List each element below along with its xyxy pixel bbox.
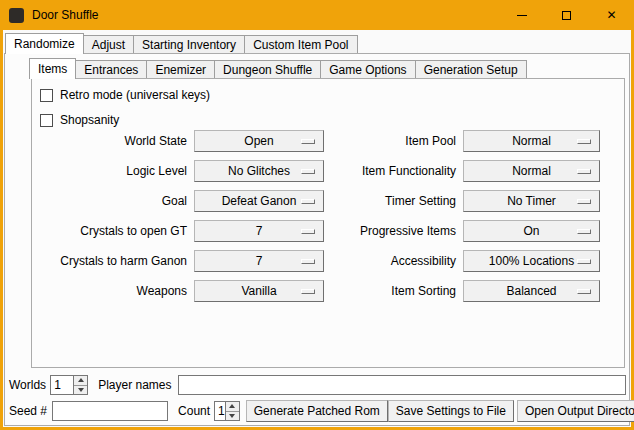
accessibility-dropdown[interactable]: 100% Locations — [463, 250, 600, 272]
app-icon — [9, 8, 24, 23]
retro-mode-row: Retro mode (universal keys) — [40, 86, 210, 104]
close-icon: ✕ — [606, 9, 616, 21]
goal-dropdown[interactable]: Defeat Ganon — [194, 190, 324, 212]
item-pool-dropdown[interactable]: Normal — [463, 130, 600, 152]
retro-mode-checkbox[interactable] — [40, 89, 53, 102]
field-label: Logic Level — [39, 164, 187, 178]
logic-level-dropdown[interactable]: No Glitches — [194, 160, 324, 182]
world-state-dropdown[interactable]: Open — [194, 130, 324, 152]
dropdown-value: 100% Locations — [489, 254, 574, 268]
dropdown-value: Open — [244, 134, 273, 148]
minimize-button[interactable] — [499, 0, 544, 30]
minimize-icon — [517, 15, 527, 16]
count-spinner[interactable]: 1 — [214, 401, 240, 421]
worlds-row: Worlds 1 Player names — [9, 374, 626, 396]
item-functionality-dropdown[interactable]: Normal — [463, 160, 600, 182]
spin-up-icon[interactable] — [74, 376, 87, 386]
dropdown-indicator-icon — [577, 229, 591, 234]
dropdown-value: Balanced — [506, 284, 556, 298]
tab-label: Enemizer — [155, 63, 206, 77]
tab-enemizer[interactable]: Enemizer — [146, 60, 215, 78]
shopsanity-row: Shopsanity — [40, 111, 119, 129]
dropdown-value: No Glitches — [228, 164, 290, 178]
tab-randomize[interactable]: Randomize — [5, 33, 84, 54]
timer-setting-dropdown[interactable]: No Timer — [463, 190, 600, 212]
tab-items[interactable]: Items — [29, 58, 76, 79]
tab-label: Items — [38, 62, 67, 76]
maximize-button[interactable] — [544, 0, 589, 30]
tab-entrances[interactable]: Entrances — [75, 60, 147, 78]
tab-game-options[interactable]: Game Options — [320, 60, 415, 78]
tab-custom-item-pool[interactable]: Custom Item Pool — [244, 35, 357, 53]
client-area: Randomize Adjust Starting Inventory Cust… — [3, 30, 631, 427]
dropdown-indicator-icon — [301, 289, 315, 294]
app-window: Door Shuffle ✕ Randomize Adjust Starting… — [0, 0, 634, 430]
dropdown-indicator-icon — [301, 139, 315, 144]
dropdown-value: Normal — [512, 134, 551, 148]
spinner-buttons — [225, 402, 239, 420]
randomize-pane: Items Entrances Enemizer Dungeon Shuffle… — [4, 53, 630, 426]
tab-dungeon-shuffle[interactable]: Dungeon Shuffle — [214, 60, 321, 78]
dropdown-value: On — [523, 224, 539, 238]
seed-input[interactable] — [52, 401, 168, 421]
tab-generation-setup[interactable]: Generation Setup — [415, 60, 527, 78]
dropdown-value: 7 — [256, 224, 263, 238]
close-button[interactable]: ✕ — [589, 0, 634, 30]
dropdown-indicator-icon — [577, 199, 591, 204]
tab-label: Generation Setup — [424, 63, 518, 77]
worlds-label: Worlds — [9, 378, 46, 392]
seed-row: Seed # Count 1 Generate Patched Rom Save… — [9, 400, 626, 422]
spin-up-icon[interactable] — [226, 402, 239, 412]
dropdown-value: No Timer — [507, 194, 556, 208]
field-label: Item Sorting — [331, 284, 456, 298]
dropdown-indicator-icon — [577, 289, 591, 294]
dropdown-value: 7 — [256, 254, 263, 268]
spin-down-icon[interactable] — [74, 386, 87, 395]
shopsanity-checkbox[interactable] — [40, 114, 53, 127]
field-label: Weapons — [39, 284, 187, 298]
weapons-dropdown[interactable]: Vanilla — [194, 280, 324, 302]
inner-tab-bar: Items Entrances Enemizer Dungeon Shuffle… — [29, 57, 527, 78]
dropdown-indicator-icon — [301, 169, 315, 174]
tab-label: Game Options — [329, 63, 406, 77]
checkbox-label: Shopsanity — [60, 113, 119, 127]
tab-label: Randomize — [14, 37, 75, 51]
dropdown-indicator-icon — [301, 259, 315, 264]
field-label: Progressive Items — [331, 224, 456, 238]
generate-patched-rom-button[interactable]: Generate Patched Rom — [246, 400, 388, 422]
tab-starting-inventory[interactable]: Starting Inventory — [133, 35, 245, 53]
field-label: World State — [39, 134, 187, 148]
item-sorting-dropdown[interactable]: Balanced — [463, 280, 600, 302]
dropdown-indicator-icon — [577, 169, 591, 174]
window-title: Door Shuffle — [32, 8, 99, 22]
tab-label: Adjust — [92, 38, 125, 52]
field-label: Crystals to open GT — [39, 224, 187, 238]
spin-down-icon[interactable] — [226, 412, 239, 421]
save-settings-button[interactable]: Save Settings to File — [388, 400, 514, 422]
tab-label: Starting Inventory — [142, 38, 236, 52]
field-label: Timer Setting — [331, 194, 456, 208]
dropdown-value: Vanilla — [241, 284, 276, 298]
options-grid: World State Open Item Pool Normal Logic … — [39, 130, 600, 302]
titlebar[interactable]: Door Shuffle ✕ — [0, 0, 634, 30]
maximize-icon — [562, 11, 571, 20]
open-output-directory-button[interactable]: Open Output Directory — [517, 400, 634, 422]
items-pane: Retro mode (universal keys) Shopsanity W… — [31, 78, 625, 368]
tab-adjust[interactable]: Adjust — [83, 35, 134, 53]
progressive-items-dropdown[interactable]: On — [463, 220, 600, 242]
field-label: Accessibility — [331, 254, 456, 268]
field-label: Item Functionality — [331, 164, 456, 178]
dropdown-indicator-icon — [301, 199, 315, 204]
worlds-spinner[interactable]: 1 — [50, 375, 88, 395]
outer-tab-bar: Randomize Adjust Starting Inventory Cust… — [5, 32, 358, 53]
player-names-input[interactable] — [178, 375, 627, 395]
tab-label: Custom Item Pool — [253, 38, 348, 52]
crystals-open-gt-dropdown[interactable]: 7 — [194, 220, 324, 242]
dropdown-indicator-icon — [301, 229, 315, 234]
tab-label: Dungeon Shuffle — [223, 63, 312, 77]
tab-label: Entrances — [84, 63, 138, 77]
spinner-value: 1 — [51, 376, 73, 394]
dropdown-value: Normal — [512, 164, 551, 178]
crystals-harm-ganon-dropdown[interactable]: 7 — [194, 250, 324, 272]
spinner-buttons — [73, 376, 87, 394]
